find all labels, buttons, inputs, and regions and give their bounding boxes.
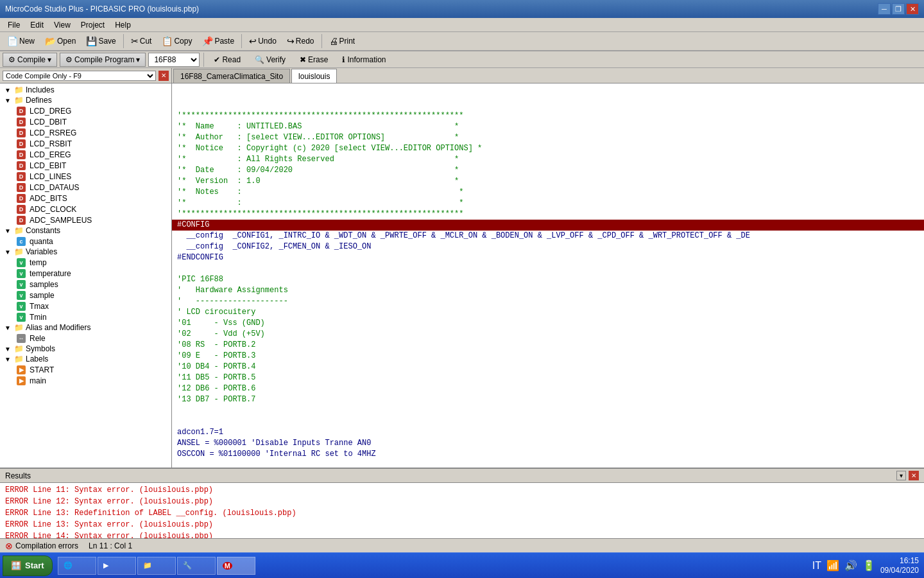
tree-item[interactable]: D ADC_SAMPLEUS [0, 215, 171, 225]
redo-button[interactable]: ↪ Redo [282, 33, 319, 49]
save-button[interactable]: 💾 Save [81, 33, 120, 49]
tree-section-variables[interactable]: ▼ 📁 Variables [0, 247, 171, 257]
results-title: Results [5, 471, 31, 480]
results-content: ERROR Line 11: Syntax error. (louislouis… [0, 483, 924, 538]
copy-icon: 📋 [162, 36, 173, 46]
error-line: ERROR Line 12: Syntax error. (louislouis… [5, 496, 919, 507]
close-button[interactable]: ✕ [906, 3, 919, 15]
taskbar-item-ie[interactable]: 🌐 [58, 557, 96, 575]
erase-button[interactable]: ✖ Erase [294, 53, 334, 67]
tree-item[interactable]: v samples [0, 279, 171, 290]
menu-view[interactable]: View [49, 19, 76, 31]
start-button[interactable]: 🪟 Start [3, 556, 53, 576]
paste-button[interactable]: 📌 Paste [198, 33, 239, 49]
menu-file[interactable]: File [3, 19, 25, 31]
item-type-icon: v [15, 258, 27, 267]
code-line: '09 E - PORTB.3 [172, 351, 924, 362]
code-line: adcon1.7=1 [172, 427, 924, 438]
new-button[interactable]: 📄 New [3, 33, 39, 49]
compile-program-icon: ⚙ [65, 55, 73, 64]
tree-item[interactable]: D LCD_DATAUS [0, 182, 171, 193]
section-label: Constants [26, 226, 60, 235]
menu-help[interactable]: Help [110, 19, 136, 31]
results-dropdown[interactable]: ▾ [896, 471, 906, 480]
tree-section-alias-and-modifiers[interactable]: ▼ 📁 Alias and Modifiers [0, 322, 171, 333]
tree-item[interactable]: v Tmin [0, 311, 171, 322]
copy-button[interactable]: 📋 Copy [157, 33, 196, 49]
cut-icon: ✂ [131, 36, 139, 46]
statusbar: ⊗ Compilation errors Ln 11 : Col 1 [0, 538, 924, 552]
restore-button[interactable]: ❐ [892, 3, 905, 15]
compile-button[interactable]: ⚙ Compile ▾ [3, 53, 57, 67]
tree-item[interactable]: v temp [0, 257, 171, 268]
read-button[interactable]: ✔ Read [208, 53, 246, 67]
tree-item[interactable]: ↔ Rele [0, 333, 171, 344]
media-icon: ▶ [103, 561, 108, 570]
taskbar-item-folder[interactable]: 📁 [137, 557, 176, 575]
m-icon: M [223, 562, 232, 570]
nav-header: Code Compile Only - F9 Full Compile - F1… [0, 68, 171, 83]
code-line: #ENDCONFIG [172, 252, 924, 263]
tree-section-includes[interactable]: ▼ 📁 Includes [0, 85, 171, 95]
item-type-icon: D [15, 150, 27, 159]
tab-louislouis[interactable]: louislouis [291, 69, 337, 83]
tree-item[interactable]: v temperature [0, 268, 171, 279]
tab-16f88[interactable]: 16F88_CameraClimatica_Sito [173, 69, 290, 83]
tree-item[interactable]: c quanta [0, 236, 171, 247]
error-line: ERROR Line 11: Syntax error. (louislouis… [5, 484, 919, 496]
code-line: '* Version : 1.0 * [172, 176, 924, 187]
tree-item[interactable]: v Tmax [0, 301, 171, 311]
print-button[interactable]: 🖨 Print [325, 33, 360, 49]
tree-section-labels[interactable]: ▼ 📁 Labels [0, 354, 171, 364]
tree-section-defines[interactable]: ▼ 📁 Defines [0, 95, 171, 105]
studio-icon: 🔧 [183, 561, 192, 570]
tree-item[interactable]: D LCD_LINES [0, 171, 171, 182]
item-label: sample [30, 291, 55, 300]
item-type-icon: c [15, 236, 27, 246]
titlebar-controls: ─ ❐ ✕ [878, 3, 919, 15]
menu-edit[interactable]: Edit [25, 19, 49, 31]
tree-section-constants[interactable]: ▼ 📁 Constants [0, 225, 171, 236]
type-icon-v: v [17, 302, 26, 311]
titlebar-title: MicroCode Studio Plus - PICBASIC PRO (lo… [5, 4, 199, 13]
taskbar-item-studio[interactable]: 🔧 [177, 557, 216, 575]
tree-item[interactable]: D ADC_BITS [0, 193, 171, 204]
nav-close-button[interactable]: ✕ [158, 71, 169, 81]
tree-item[interactable]: ▶ START [0, 364, 171, 375]
taskbar-item-media[interactable]: ▶ [98, 557, 136, 575]
verify-icon: 🔍 [255, 55, 264, 64]
code-content: '***************************************… [172, 83, 924, 460]
tree-item[interactable]: ▶ main [0, 375, 171, 386]
tree-item[interactable]: D LCD_DREG [0, 105, 171, 116]
folder-icon: 📁 [13, 96, 24, 105]
verify-button[interactable]: 🔍 Verify [249, 53, 291, 67]
taskbar-item-m[interactable]: M [217, 557, 255, 575]
item-type-icon: D [15, 161, 27, 170]
tree-item[interactable]: D LCD_DBIT [0, 116, 171, 127]
results-close[interactable]: ✕ [909, 471, 919, 480]
erase-icon: ✖ [300, 55, 306, 64]
tree-item[interactable]: D ADC_CLOCK [0, 204, 171, 215]
tree-section-symbols[interactable]: ▼ 📁 Symbols [0, 344, 171, 354]
nav-dropdown[interactable]: Code Compile Only - F9 Full Compile - F1… [3, 71, 156, 81]
cut-button[interactable]: ✂ Cut [126, 33, 157, 49]
tree-item[interactable]: D LCD_RSREG [0, 127, 171, 138]
compile-program-button[interactable]: ⚙ Compile Program ▾ [60, 53, 146, 67]
undo-button[interactable]: ↩ Undo [244, 33, 281, 49]
tree-item[interactable]: D LCD_EBIT [0, 160, 171, 171]
code-line: '13 DB7 - PORTB.7 [172, 394, 924, 405]
sep3 [321, 34, 322, 48]
sep2 [241, 34, 242, 48]
menubar: File Edit View Project Help [0, 18, 924, 32]
information-button[interactable]: ℹ Information [336, 53, 391, 67]
open-button[interactable]: 📂 Open [40, 33, 80, 49]
menu-project[interactable]: Project [76, 19, 110, 31]
tree-item[interactable]: D LCD_RSBIT [0, 138, 171, 149]
item-label: LCD_DATAUS [30, 183, 80, 192]
tree-item[interactable]: v sample [0, 290, 171, 301]
minimize-button[interactable]: ─ [878, 3, 891, 15]
chip-select[interactable]: 16F88 16F84 18F452 [148, 53, 200, 67]
code-editor[interactable]: '***************************************… [172, 83, 924, 468]
folder-icon: 📁 [13, 344, 24, 353]
tree-item[interactable]: D LCD_EREG [0, 149, 171, 160]
